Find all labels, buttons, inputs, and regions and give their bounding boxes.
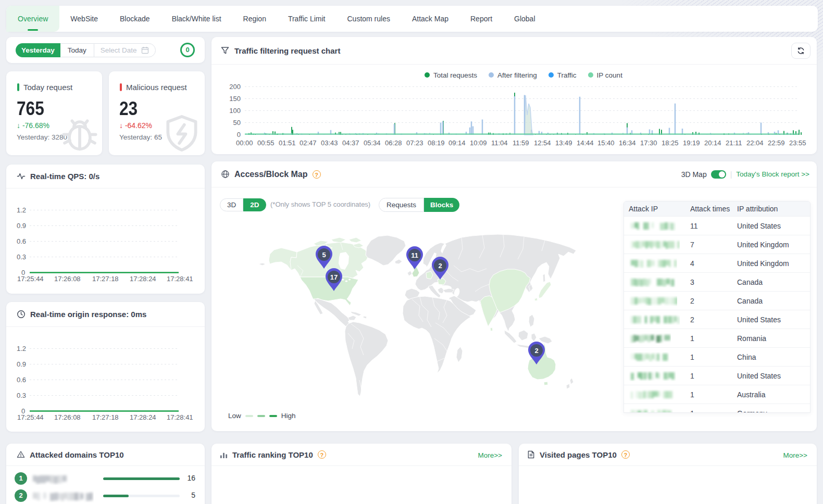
svg-text:2: 2 xyxy=(438,262,442,270)
svg-text:2: 2 xyxy=(534,347,538,355)
svg-text:5: 5 xyxy=(322,251,326,259)
svg-text:11: 11 xyxy=(411,251,418,259)
svg-text:17: 17 xyxy=(330,273,338,281)
